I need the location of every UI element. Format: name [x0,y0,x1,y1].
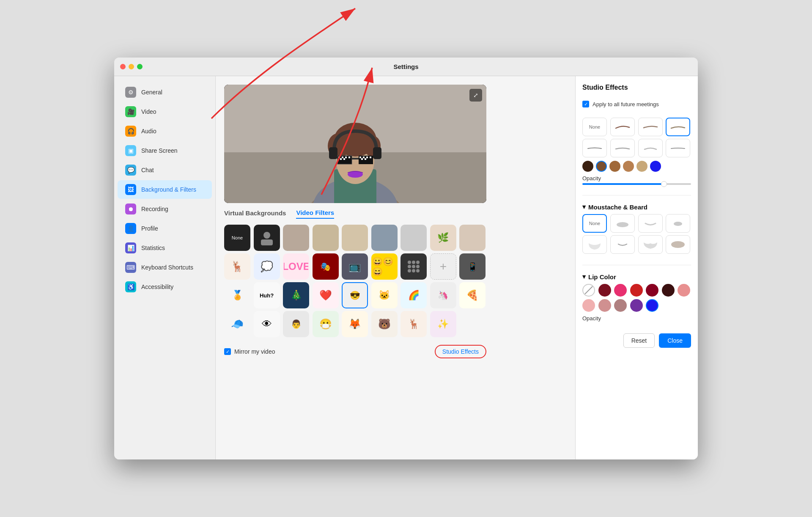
beard-7[interactable] [666,235,690,254]
general-icon: ⚙ [125,87,136,98]
lip-burgundy[interactable] [662,284,675,297]
filter-huh[interactable]: Huh? [254,282,280,308]
filter-cloud[interactable]: 💭 [254,253,280,280]
eyebrow-opacity-slider[interactable] [582,183,691,185]
lip-none[interactable] [582,284,595,297]
lip-mauve[interactable] [614,299,627,312]
beard-none[interactable]: None [582,214,607,233]
filter-badge[interactable]: 🏅 [224,282,250,308]
sidebar-item-statistics[interactable]: 📊 Statistics [118,239,212,257]
video-expand-button[interactable]: ⤢ [469,89,482,102]
lip-blue[interactable] [646,299,658,312]
eyebrow-6[interactable] [638,139,663,157]
studio-effects-button[interactable]: Studio Effects [435,345,486,358]
lip-red[interactable] [630,284,643,297]
filter-sparkle[interactable]: ✨ [430,311,456,337]
filter-eyes[interactable]: 👁 [254,311,280,337]
filter-kawaii[interactable]: 🐱 [371,282,398,308]
filter-cap[interactable]: 🧢 [224,311,250,337]
lip-hot-pink[interactable] [614,284,627,297]
eyebrow-5[interactable] [610,139,635,157]
filter-love[interactable]: LOVE [283,253,309,280]
filter-warm[interactable] [342,225,368,251]
svg-point-43 [671,241,685,248]
sidebar-item-profile[interactable]: 👤 Profile [118,219,212,238]
lip-blush[interactable] [582,299,595,312]
swatch-blonde[interactable] [636,161,647,172]
filter-lights[interactable]: 🎄 [283,282,309,308]
eyebrow-2[interactable] [638,118,663,136]
filter-dots[interactable] [401,253,427,280]
filter-blur1[interactable] [283,225,309,251]
moustache-section-header[interactable]: ▾ Moustache & Beard [582,203,691,211]
sidebar-item-background-filters[interactable]: 🖼 Background & Filters [118,180,212,199]
apply-future-checkbox[interactable]: ✓ [582,101,589,107]
sidebar-item-share-screen[interactable]: ▣ Share Screen [118,141,212,160]
lip-dusty-rose[interactable] [598,299,611,312]
filter-add[interactable]: + [430,253,456,280]
tab-video-filters[interactable]: Video Filters [296,209,334,219]
lip-deep-red[interactable] [646,284,658,297]
filter-blur2[interactable] [313,225,339,251]
swatch-blue[interactable] [650,161,661,172]
eyebrow-3[interactable] [666,118,690,136]
filter-reindeer[interactable]: 🦌 [401,311,427,337]
lip-purple[interactable] [630,299,643,312]
swatch-dark-brown[interactable] [582,161,593,172]
filter-tv[interactable]: 📺 [342,253,368,280]
sidebar-item-general[interactable]: ⚙ General [118,83,212,102]
filter-extra[interactable]: 🦄 [430,282,456,308]
eyebrow-1[interactable] [610,118,635,136]
filter-mask[interactable]: 😷 [313,311,339,337]
sidebar-item-recording[interactable]: ⏺ Recording [118,200,212,218]
filter-stage[interactable]: 🎭 [313,253,339,280]
lip-section-header[interactable]: ▾ Lip Color [582,273,691,280]
beard-3[interactable] [666,214,690,233]
filter-warm2[interactable]: 🌿 [430,225,456,251]
beard-6[interactable] [638,235,663,254]
beard-5[interactable] [610,235,635,254]
filter-pixel-glasses[interactable]: 😎 [342,282,368,308]
filter-fox[interactable]: 🦊 [342,311,368,337]
filter-heart[interactable]: ❤️ [313,282,339,308]
minimize-traffic-light[interactable] [129,64,134,69]
lip-light-pink[interactable] [678,284,690,297]
filter-pizza[interactable]: 🍕 [459,282,486,308]
filter-bear[interactable]: 🐻 [371,311,398,337]
filter-mustache-filter[interactable]: 👨 [283,311,309,337]
sidebar-item-audio[interactable]: 🎧 Audio [118,122,212,140]
eyebrow-none[interactable]: None [582,118,607,136]
sidebar-item-chat[interactable]: 💬 Chat [118,161,212,179]
beard-1[interactable] [610,214,635,233]
swatch-medium-brown[interactable] [596,161,607,172]
svg-rect-22 [359,157,361,158]
eyebrow-7[interactable] [666,139,690,157]
filter-emoji[interactable]: 😀😊😄 [371,253,398,280]
lip-dark-red[interactable] [598,284,611,297]
filter-rainbow[interactable]: 🌈 [401,282,427,308]
sidebar-item-video[interactable]: 🎥 Video [118,102,212,121]
close-traffic-light[interactable] [120,64,126,69]
beard-2[interactable] [638,214,663,233]
filter-none[interactable]: None [224,225,250,251]
maximize-traffic-light[interactable] [137,64,143,69]
swatch-light-brown[interactable] [623,161,634,172]
tab-virtual-backgrounds[interactable]: Virtual Backgrounds [224,209,286,218]
filter-deer[interactable]: 🦌 [224,253,250,280]
eyebrow-4[interactable] [582,139,607,157]
settings-window: Settings ⚙ General 🎥 Video 🎧 Audio ▣ Sha… [114,58,698,459]
reset-button[interactable]: Reset [623,333,655,348]
sidebar-item-accessibility[interactable]: ♿ Accessibility [118,278,212,296]
filter-dark[interactable] [254,225,280,251]
sidebar-item-keyboard-shortcuts[interactable]: ⌨ Keyboard Shortcuts [118,258,212,277]
mirror-video-checkbox[interactable]: ✓ [224,348,231,355]
filter-screen[interactable]: 📱 [459,253,486,280]
filter-light[interactable] [401,225,427,251]
filter-cool[interactable] [371,225,398,251]
filter-natural[interactable] [459,225,486,251]
filter-tabs: Virtual Backgrounds Video Filters [224,209,567,219]
swatch-warm-brown[interactable] [609,161,620,172]
close-button[interactable]: Close [659,333,691,348]
beard-4[interactable] [582,235,607,254]
sidebar-label-recording: Recording [141,206,168,212]
